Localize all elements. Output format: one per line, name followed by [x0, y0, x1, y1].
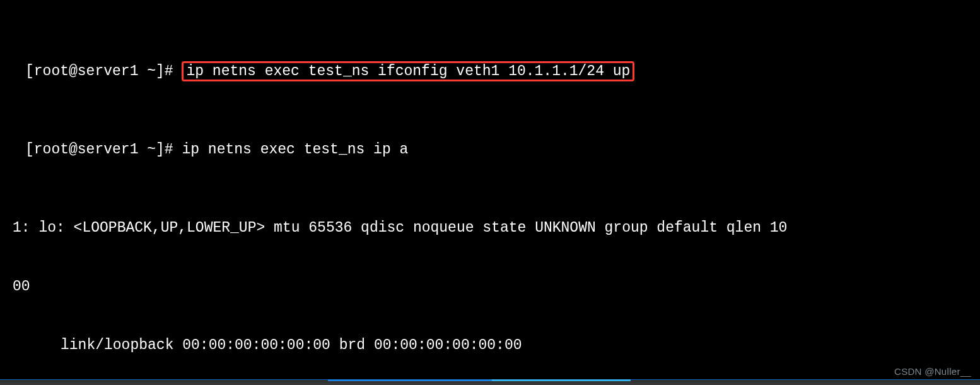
highlighted-command-1: ip netns exec test_ns ifconfig veth1 10.…: [182, 61, 634, 81]
command-2: ip netns exec test_ns ip a: [182, 141, 408, 158]
prompt-line-1: [root@server1 ~]# ip netns exec test_ns …: [0, 61, 980, 81]
prompt: [root@server1 ~]#: [25, 63, 182, 80]
taskbar-accent-2: [492, 379, 631, 381]
watermark: CSDN @Nuller__: [894, 362, 971, 381]
prompt-line-2: [root@server1 ~]# ip netns exec test_ns …: [0, 140, 980, 160]
prompt: [root@server1 ~]#: [25, 141, 182, 158]
taskbar-accent-1: [328, 379, 492, 381]
terminal-output[interactable]: [root@server1 ~]# ip netns exec test_ns …: [0, 0, 980, 385]
output-lo-header: 1: lo: <LOOPBACK,UP,LOWER_UP> mtu 65536 …: [0, 218, 980, 238]
output-lo-header-cont: 00: [0, 277, 980, 297]
output-lo-link: link/loopback 00:00:00:00:00:00 brd 00:0…: [0, 336, 980, 355]
taskbar[interactable]: [0, 379, 980, 385]
